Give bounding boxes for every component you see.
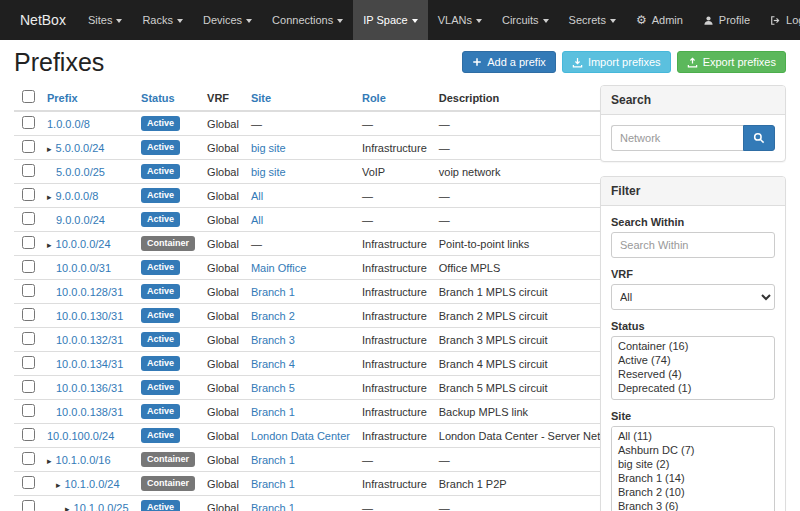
nav-item-profile[interactable]: Profile: [693, 0, 760, 40]
site-link[interactable]: Main Office: [251, 262, 306, 274]
row-checkbox[interactable]: [22, 260, 35, 273]
prefix-link[interactable]: 9.0.0.0/8: [56, 190, 99, 202]
row-checkbox[interactable]: [22, 428, 35, 441]
row-checkbox[interactable]: [22, 164, 35, 177]
nav-item-devices[interactable]: Devices: [193, 0, 262, 40]
select-option[interactable]: Ashburn DC (7): [612, 443, 774, 457]
prefix-link[interactable]: 10.0.0.136/31: [56, 382, 123, 394]
site-link[interactable]: Branch 1: [251, 454, 295, 466]
search-within-input[interactable]: [611, 232, 775, 258]
select-all-checkbox[interactable]: [22, 90, 35, 103]
row-checkbox[interactable]: [22, 380, 35, 393]
site-link[interactable]: Branch 2: [251, 310, 295, 322]
nav-item-label: VLANs: [438, 14, 472, 26]
site-cell: London Data Center: [245, 424, 356, 448]
row-checkbox[interactable]: [22, 356, 35, 369]
prefix-link[interactable]: 10.0.0.138/31: [56, 406, 123, 418]
nav-item-admin[interactable]: ⚙Admin: [626, 0, 693, 40]
column-header-role[interactable]: Role: [356, 85, 433, 111]
prefix-link[interactable]: 10.0.100.0/24: [47, 430, 114, 442]
prefix-link[interactable]: 10.0.0.0/31: [56, 262, 111, 274]
prefix-link[interactable]: 10.1.0.0/16: [56, 454, 111, 466]
row-checkbox[interactable]: [22, 284, 35, 297]
vrf-select[interactable]: All: [611, 284, 775, 310]
chevron-down-icon: [610, 19, 616, 23]
add-a-prefix-button[interactable]: Add a prefix: [462, 51, 556, 73]
select-option[interactable]: Reserved (4): [612, 367, 774, 381]
chevron-down-icon: [412, 19, 418, 23]
prefix-link[interactable]: 1.0.0.0/8: [47, 118, 90, 130]
prefix-link[interactable]: 10.1.0.0/24: [65, 478, 120, 490]
row-checkbox[interactable]: [22, 236, 35, 249]
app-brand[interactable]: NetBox: [8, 0, 78, 40]
site-link[interactable]: Branch 1: [251, 406, 295, 418]
nav-item-connections[interactable]: Connections: [262, 0, 353, 40]
select-option[interactable]: Deprecated (1): [612, 381, 774, 395]
column-header-site[interactable]: Site: [245, 85, 356, 111]
nav-item-circuits[interactable]: Circuits: [492, 0, 559, 40]
nav-item-log-out[interactable]: Log out: [760, 0, 800, 40]
prefix-link[interactable]: 10.0.0.130/31: [56, 310, 123, 322]
nav-item-sites[interactable]: Sites: [78, 0, 132, 40]
prefix-link[interactable]: 5.0.0.0/24: [56, 142, 105, 154]
prefix-link[interactable]: 9.0.0.0/24: [56, 214, 105, 226]
row-checkbox[interactable]: [22, 332, 35, 345]
nav-item-ip-space[interactable]: IP Space: [353, 0, 427, 40]
row-checkbox[interactable]: [22, 404, 35, 417]
row-checkbox[interactable]: [22, 500, 35, 511]
search-button[interactable]: [743, 125, 775, 151]
nav-item-secrets[interactable]: Secrets: [559, 0, 626, 40]
vrf-cell: Global: [201, 111, 245, 136]
select-option[interactable]: Branch 3 (6): [612, 499, 774, 511]
import-prefixes-button[interactable]: Import prefixes: [562, 51, 671, 73]
prefix-link[interactable]: 5.0.0.0/25: [56, 166, 105, 178]
row-checkbox[interactable]: [22, 140, 35, 153]
prefix-link[interactable]: 10.1.0.0/25: [74, 502, 129, 511]
site-link[interactable]: Branch 1: [251, 502, 295, 511]
prefix-link[interactable]: 10.0.0.128/31: [56, 286, 123, 298]
site-link[interactable]: big site: [251, 142, 286, 154]
sidebar: Search: [600, 85, 786, 511]
select-option[interactable]: Branch 1 (14): [612, 471, 774, 485]
nav-item-vlans[interactable]: VLANs: [428, 0, 492, 40]
status-badge: Active: [141, 260, 180, 274]
status-select[interactable]: Container (16)Active (74)Reserved (4)Dep…: [611, 336, 775, 400]
navbar-menu: SitesRacksDevicesConnectionsIP SpaceVLAN…: [78, 0, 626, 40]
site-link[interactable]: Branch 5: [251, 382, 295, 394]
prefix-cell: ▸5.0.0.0/24: [41, 136, 135, 160]
expand-arrow-icon: ▸: [47, 192, 52, 202]
site-link[interactable]: Branch 1: [251, 286, 295, 298]
row-checkbox[interactable]: [22, 116, 35, 129]
prefix-link[interactable]: 10.0.0.0/24: [56, 238, 111, 250]
select-option[interactable]: All (11): [612, 429, 774, 443]
prefix-link[interactable]: 10.0.0.132/31: [56, 334, 123, 346]
site-link[interactable]: All: [251, 214, 263, 226]
export-prefixes-button[interactable]: Export prefixes: [677, 51, 786, 73]
site-link[interactable]: Branch 4: [251, 358, 295, 370]
site-link[interactable]: All: [251, 190, 263, 202]
status-badge: Active: [141, 140, 180, 154]
site-link[interactable]: London Data Center: [251, 430, 350, 442]
site-select[interactable]: All (11)Ashburn DC (7)big site (2)Branch…: [611, 426, 775, 511]
site-link[interactable]: Branch 3: [251, 334, 295, 346]
site-label: Site: [611, 410, 775, 422]
select-option[interactable]: Container (16): [612, 339, 774, 353]
row-checkbox[interactable]: [22, 212, 35, 225]
site-link[interactable]: big site: [251, 166, 286, 178]
row-checkbox[interactable]: [22, 188, 35, 201]
prefix-link[interactable]: 10.0.0.134/31: [56, 358, 123, 370]
table-row: 10.0.0.132/31ActiveGlobalBranch 3Infrast…: [14, 328, 629, 352]
search-input[interactable]: [611, 125, 743, 151]
row-checkbox[interactable]: [22, 476, 35, 489]
table-row: 5.0.0.0/25ActiveGlobalbig siteVoIPvoip n…: [14, 160, 629, 184]
select-option[interactable]: big site (2): [612, 457, 774, 471]
select-option[interactable]: Branch 2 (10): [612, 485, 774, 499]
row-checkbox[interactable]: [22, 452, 35, 465]
site-link[interactable]: Branch 1: [251, 478, 295, 490]
row-checkbox[interactable]: [22, 308, 35, 321]
expand-arrow-icon: ▸: [56, 480, 61, 490]
select-option[interactable]: Active (74): [612, 353, 774, 367]
column-header-prefix[interactable]: Prefix: [41, 85, 135, 111]
nav-item-racks[interactable]: Racks: [132, 0, 193, 40]
column-header-status[interactable]: Status: [135, 85, 201, 111]
